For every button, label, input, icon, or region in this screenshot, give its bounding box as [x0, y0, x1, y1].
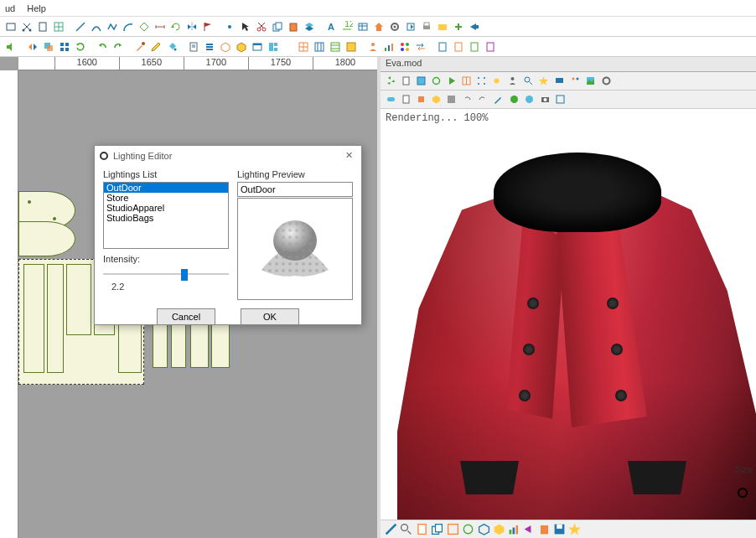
tool2-table1-icon[interactable] [296, 39, 311, 54]
t3d-zoom-icon[interactable] [521, 74, 536, 88]
tool2-box1-icon[interactable] [218, 39, 233, 54]
tool2-window-icon[interactable] [250, 39, 265, 54]
tool-dimension-icon[interactable]: 12 [339, 19, 355, 34]
tool-scissors-icon[interactable] [254, 19, 269, 34]
tool-print-icon[interactable] [419, 19, 434, 34]
tool-gear-icon[interactable] [387, 19, 402, 34]
tool-polyline-icon[interactable] [105, 19, 120, 34]
tool-point-icon[interactable] [222, 19, 237, 34]
tool2-redo-icon[interactable] [111, 39, 126, 54]
tool2-palette-icon[interactable] [397, 39, 412, 54]
tb-grid-icon[interactable] [446, 522, 460, 536]
tool2-chart-icon[interactable] [381, 39, 396, 54]
tool-rotate-icon[interactable] [168, 19, 184, 34]
tool2-person-icon[interactable] [365, 39, 381, 54]
list-item-studiobags[interactable]: StudioBags [104, 213, 228, 223]
list-item-outdoor[interactable]: OutDoor [104, 183, 228, 193]
pattern-sub[interactable] [66, 264, 91, 335]
tool2-brush-icon[interactable] [132, 39, 148, 54]
tool-mirror-icon[interactable] [184, 19, 199, 34]
t3d-doc-icon[interactable] [399, 74, 413, 88]
viewport-3d[interactable]: Rendering... 100% Size [381, 109, 756, 520]
tb-zoom-icon[interactable] [399, 522, 413, 536]
tool2-doc1-icon[interactable] [435, 39, 450, 54]
preview-input[interactable] [237, 182, 353, 197]
t3d-person-icon[interactable] [505, 74, 520, 88]
tool-home-icon[interactable] [371, 19, 386, 34]
tool2-doc3-icon[interactable] [467, 39, 482, 54]
tool-copy-icon[interactable] [270, 19, 285, 34]
t3d2-undo-icon[interactable] [460, 92, 474, 106]
cancel-button[interactable]: Cancel [157, 308, 215, 325]
t3d2-cam-icon[interactable] [538, 92, 552, 106]
t3d2-doc-icon[interactable] [399, 92, 413, 106]
tool-line-icon[interactable] [73, 19, 88, 34]
tool-cut-icon[interactable] [19, 19, 34, 34]
tb-pen-icon[interactable] [384, 522, 398, 536]
tool-arc-icon[interactable] [121, 19, 136, 34]
t3d-window-icon[interactable] [414, 74, 428, 88]
pattern-sub[interactable] [23, 264, 44, 373]
tool-grid-icon[interactable] [51, 19, 66, 34]
tool-layers-icon[interactable] [302, 19, 317, 34]
t3d-grid-icon[interactable] [459, 74, 474, 88]
t3d-sun-icon[interactable] [489, 74, 504, 88]
close-button[interactable]: ✕ [339, 147, 358, 163]
tool-new-icon[interactable] [35, 19, 50, 34]
tool-box-icon[interactable] [435, 19, 450, 34]
dialog-titlebar[interactable]: Lighting Editor [95, 146, 361, 166]
tb-copy-icon[interactable] [430, 522, 444, 536]
t3d2-box-icon[interactable] [429, 92, 443, 106]
tool2-doc4-icon[interactable] [483, 39, 498, 54]
tool2-audio-icon[interactable] [3, 39, 18, 54]
tool-paste-icon[interactable] [286, 19, 301, 34]
tb-rot-icon[interactable] [461, 522, 475, 536]
tb-arrow-icon[interactable] [522, 522, 536, 536]
tb-doc-icon[interactable] [415, 522, 429, 536]
t3d-recycle-icon[interactable] [384, 74, 398, 88]
tool2-box2-icon[interactable] [234, 39, 249, 54]
tool2-stack-icon[interactable] [202, 39, 217, 54]
tool-add-icon[interactable] [451, 19, 466, 34]
tool2-bucket-icon[interactable] [164, 39, 179, 54]
tool-select-icon[interactable] [238, 19, 253, 34]
tool-flag-icon[interactable] [200, 19, 215, 34]
tool2-flip-icon[interactable] [25, 39, 40, 54]
menu-help[interactable]: Help [27, 3, 46, 13]
tb-chart-icon[interactable] [507, 522, 521, 536]
t3d-settings-icon[interactable] [599, 74, 614, 88]
t3d-display-icon[interactable] [552, 74, 567, 88]
tool2-refresh-icon[interactable] [73, 39, 88, 54]
tab-eva-mod[interactable]: Eva.mod [381, 57, 756, 72]
t3d2-square-icon[interactable] [414, 92, 428, 106]
list-item-store[interactable]: Store [104, 193, 228, 203]
lightings-listbox[interactable]: OutDoor Store StudioApparel StudioBags [103, 182, 229, 249]
tool-curve-icon[interactable] [89, 19, 104, 34]
tool-shape-icon[interactable] [137, 19, 152, 34]
tool-table-icon[interactable] [355, 19, 370, 34]
pattern-piece[interactable] [18, 221, 75, 256]
tool2-tile-icon[interactable] [266, 39, 281, 54]
tool-rect-icon[interactable] [3, 19, 18, 34]
tool-text-icon[interactable]: A [324, 19, 339, 34]
t3d2-view-icon[interactable] [553, 92, 567, 106]
t3d2-pen-icon[interactable] [491, 92, 505, 106]
intensity-slider[interactable] [103, 266, 229, 282]
t3d-people-icon[interactable] [568, 74, 583, 88]
t3d-star-icon[interactable] [536, 74, 551, 88]
tool-export-icon[interactable] [403, 19, 418, 34]
t3d-dots-icon[interactable] [474, 74, 489, 88]
tool2-pencil-icon[interactable] [148, 39, 163, 54]
tool-measure-icon[interactable] [153, 19, 168, 34]
tool2-swap-icon[interactable] [413, 39, 428, 54]
tb-clip-icon[interactable] [537, 522, 551, 536]
tool2-undo-icon[interactable] [95, 39, 110, 54]
t3d2-toggle-icon[interactable] [384, 92, 398, 106]
tool2-overlay-icon[interactable] [41, 39, 56, 54]
ok-button[interactable]: OK [241, 308, 299, 325]
t3d-img-icon[interactable] [583, 74, 598, 88]
t3d-play-icon[interactable] [444, 74, 458, 88]
tb-cube2-icon[interactable] [492, 522, 506, 536]
t3d-refresh-icon[interactable] [429, 74, 443, 88]
t3d2-sphere-icon[interactable] [522, 92, 536, 106]
